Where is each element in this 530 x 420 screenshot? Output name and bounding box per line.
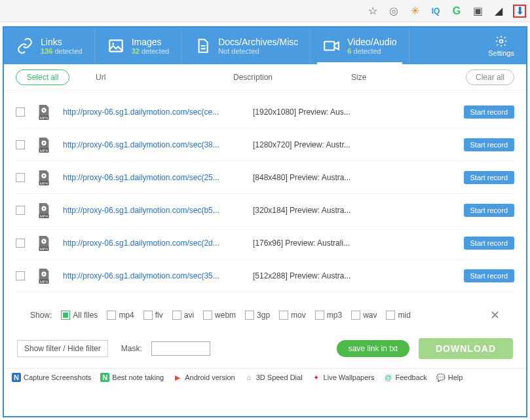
row-description: [1920x1080] Preview: Aus... bbox=[253, 107, 371, 117]
tab-links-title: Links bbox=[41, 37, 83, 47]
star-icon: ✦ bbox=[312, 373, 321, 382]
bottom-link[interactable]: NCapture Screenshots bbox=[12, 373, 91, 382]
filter-option-label: All files bbox=[73, 311, 98, 320]
bottom-link[interactable]: ✦Live Wallpapers bbox=[312, 373, 375, 382]
checkbox-icon bbox=[351, 311, 360, 320]
table-row: MP4 http://proxy-06.sg1.dailymotion.com/… bbox=[16, 194, 514, 227]
paint-icon[interactable]: ◢ bbox=[492, 5, 505, 18]
house-icon: ⌂ bbox=[244, 373, 254, 382]
bottom-link[interactable]: @Feedback bbox=[383, 373, 426, 382]
star-icon[interactable]: ☆ bbox=[366, 5, 379, 18]
download-extension-icon[interactable]: ⬇ bbox=[513, 5, 526, 18]
row-description: [512x288] Preview: Austra... bbox=[253, 271, 371, 280]
filter-option[interactable]: mp4 bbox=[107, 311, 134, 320]
tab-images-title: Images bbox=[132, 37, 170, 47]
target-icon[interactable]: ◎ bbox=[387, 5, 400, 18]
bottom-link[interactable]: 💬Help bbox=[436, 373, 463, 382]
row-checkbox[interactable] bbox=[16, 206, 25, 215]
filter-option[interactable]: wav bbox=[351, 311, 377, 320]
row-url[interactable]: http://proxy-06.sg1.dailymotion.com/sec(… bbox=[63, 107, 253, 117]
filter-option[interactable]: flv bbox=[143, 311, 163, 320]
filter-option[interactable]: mov bbox=[279, 311, 306, 320]
file-type-icon: MP4 bbox=[37, 268, 51, 284]
start-record-button[interactable]: Start record bbox=[464, 171, 514, 184]
start-record-button[interactable]: Start record bbox=[464, 138, 514, 151]
table-row: MP4 http://proxy-06.sg1.dailymotion.com/… bbox=[16, 161, 514, 194]
filter-option[interactable]: webm bbox=[203, 311, 236, 320]
table-row: MP4 http://proxy-06.sg1.dailymotion.com/… bbox=[16, 259, 514, 292]
n-box-green-icon: N bbox=[100, 373, 109, 382]
image-icon bbox=[107, 37, 125, 55]
svg-point-3 bbox=[500, 40, 503, 43]
row-description: [320x184] Preview: Austra... bbox=[253, 206, 371, 215]
filter-bar: Show: All filesmp4flvaviwebm3gpmovmp3wav… bbox=[4, 292, 526, 332]
row-checkbox[interactable] bbox=[16, 271, 25, 280]
select-all-button[interactable]: Select all bbox=[16, 69, 69, 85]
n-box-icon: N bbox=[12, 373, 21, 382]
bottom-link-label: Best note taking bbox=[112, 373, 164, 381]
checkbox-icon bbox=[172, 311, 181, 320]
filter-option-label: 3gp bbox=[257, 311, 270, 320]
bottom-link-label: Live Wallpapers bbox=[324, 373, 375, 381]
action-bar: Show filter / Hide filter Mask: save lin… bbox=[4, 332, 526, 368]
settings-button[interactable]: Settings bbox=[476, 28, 526, 64]
row-url[interactable]: http://proxy-06.sg1.dailymotion.com/sec(… bbox=[63, 140, 253, 149]
checkbox-icon bbox=[386, 311, 395, 320]
row-description: [176x96] Preview: Australi... bbox=[253, 239, 371, 248]
filter-toggle-button[interactable]: Show filter / Hide filter bbox=[17, 340, 108, 357]
table-row: MP4 http://proxy-06.sg1.dailymotion.com/… bbox=[16, 128, 514, 161]
bottom-link-label: Feedback bbox=[395, 373, 426, 381]
iq-icon[interactable]: IQ bbox=[429, 5, 442, 18]
filter-option[interactable]: mid bbox=[386, 311, 410, 320]
svg-rect-2 bbox=[324, 42, 334, 50]
row-checkbox[interactable] bbox=[16, 239, 25, 248]
close-filter-icon[interactable]: ✕ bbox=[490, 308, 500, 322]
filter-option[interactable]: avi bbox=[172, 311, 194, 320]
honeybee-icon[interactable]: ✳ bbox=[408, 5, 421, 18]
filter-option-label: mov bbox=[291, 311, 306, 320]
start-record-button[interactable]: Start record bbox=[464, 237, 514, 250]
row-checkbox[interactable] bbox=[16, 107, 25, 117]
filter-option-label: wav bbox=[363, 311, 377, 320]
mask-input[interactable] bbox=[151, 341, 210, 356]
checkbox-icon bbox=[203, 311, 212, 320]
grammarly-icon[interactable]: G bbox=[450, 5, 463, 18]
svg-point-1 bbox=[112, 43, 114, 45]
tab-video[interactable]: Video/Audio 6 detected bbox=[311, 28, 409, 64]
filter-option[interactable]: All files bbox=[61, 311, 98, 320]
row-url[interactable]: http://proxy-06.sg1.dailymotion.com/sec(… bbox=[63, 239, 253, 248]
browser-extension-bar: ☆ ◎ ✳ IQ G ▣ ◢ ⬇ bbox=[0, 0, 530, 22]
filter-option-label: mid bbox=[398, 311, 410, 320]
row-checkbox[interactable] bbox=[16, 140, 25, 149]
tab-images[interactable]: Images 32 detected bbox=[95, 28, 182, 64]
checkbox-icon bbox=[279, 311, 288, 320]
file-type-icon: MP4 bbox=[37, 170, 51, 185]
cast-icon[interactable]: ▣ bbox=[471, 5, 484, 18]
bottom-links-bar: NCapture ScreenshotsNBest note taking▶An… bbox=[4, 368, 526, 387]
checkbox-icon bbox=[107, 311, 116, 320]
row-checkbox[interactable] bbox=[16, 173, 25, 182]
table-row: MP4 http://proxy-06.sg1.dailymotion.com/… bbox=[16, 227, 514, 259]
checkbox-icon bbox=[315, 311, 324, 320]
tab-links[interactable]: Links 136 detected bbox=[4, 28, 95, 64]
save-link-txt-button[interactable]: save link in txt bbox=[337, 340, 409, 357]
col-header-size: Size bbox=[351, 73, 430, 82]
bottom-link[interactable]: ⌂3D Speed Dial bbox=[244, 373, 303, 382]
clear-all-button[interactable]: Clear all bbox=[466, 69, 514, 85]
start-record-button[interactable]: Start record bbox=[464, 204, 514, 217]
row-url[interactable]: http://proxy-06.sg1.dailymotion.com/sec(… bbox=[63, 271, 253, 280]
tab-docs[interactable]: Docs/Archives/Misc Not detected bbox=[181, 28, 311, 64]
start-record-button[interactable]: Start record bbox=[464, 105, 514, 119]
chat-icon: 💬 bbox=[436, 373, 445, 382]
row-description: [848x480] Preview: Austra... bbox=[253, 173, 371, 182]
start-record-button[interactable]: Start record bbox=[464, 269, 514, 282]
filter-option[interactable]: mp3 bbox=[315, 311, 342, 320]
bottom-link[interactable]: NBest note taking bbox=[100, 373, 164, 382]
row-url[interactable]: http://proxy-06.sg1.dailymotion.com/sec(… bbox=[63, 206, 253, 215]
filter-option[interactable]: 3gp bbox=[245, 311, 270, 320]
file-type-icon: MP4 bbox=[37, 235, 51, 251]
bottom-link[interactable]: ▶Android version bbox=[173, 373, 235, 382]
row-url[interactable]: http://proxy-06.sg1.dailymotion.com/sec(… bbox=[63, 173, 253, 182]
tab-video-title: Video/Audio bbox=[347, 37, 396, 47]
download-button[interactable]: DOWNLOAD bbox=[419, 338, 513, 359]
